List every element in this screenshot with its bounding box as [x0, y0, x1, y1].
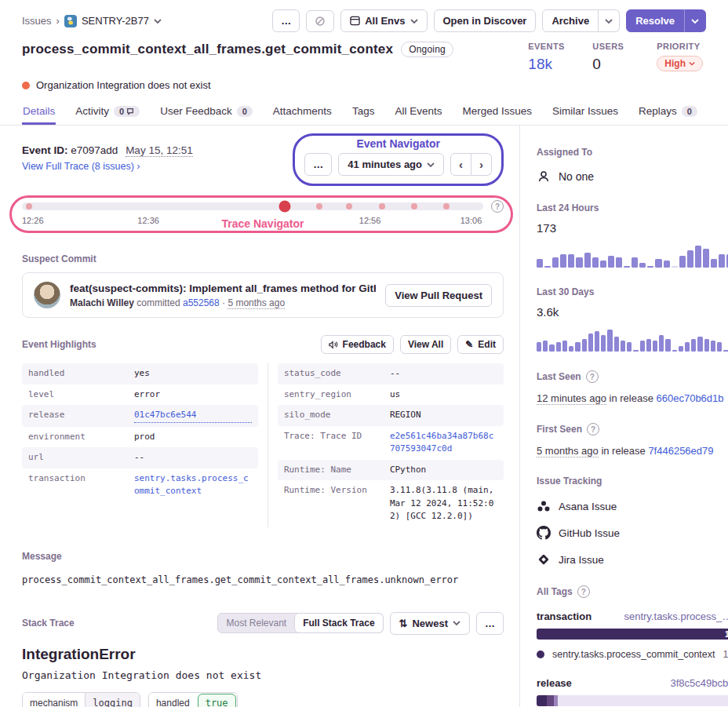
event-count-bar [655, 259, 661, 268]
error-level-dot [22, 82, 30, 89]
highlight-value[interactable]: sentry.tasks.process_commit_context [134, 472, 252, 498]
help-icon[interactable]: ? [587, 423, 599, 435]
person-icon [537, 169, 551, 184]
annotation-pill-handled: handledtrue [148, 692, 238, 707]
trace-event-dot[interactable] [346, 203, 352, 210]
tag-distribution-bar[interactable]: 100% [537, 629, 728, 640]
highlights-right-column: status_code--sentry_regionussilo_modeREG… [268, 363, 504, 527]
highlight-value[interactable]: e2e561c46ba34a87b68c707593047c0d [390, 430, 497, 456]
archive-button[interactable]: Archive [542, 9, 599, 32]
trace-tick-label: 12:36 [137, 216, 159, 225]
sort-newest-dropdown[interactable]: ⇅ Newest [390, 612, 470, 635]
feedback-button[interactable]: Feedback [321, 335, 394, 354]
toggle-most-relevant[interactable]: Most Relevant [218, 614, 294, 632]
event-count-bar [560, 254, 566, 268]
tab-attachments[interactable]: Attachments [272, 99, 333, 125]
trace-event-dot[interactable] [316, 203, 322, 210]
edit-button[interactable]: ✎ Edit [457, 335, 504, 354]
event-navigator-annotation: Event Navigator … 41 minutes ago ‹ › [293, 133, 504, 186]
event-count-bar [711, 259, 717, 268]
view-all-button[interactable]: View All [400, 335, 451, 354]
users-count[interactable]: 0 [592, 56, 633, 73]
help-icon[interactable]: ? [586, 370, 599, 383]
stat-label: EVENTS [528, 42, 569, 51]
tab-user-feedback[interactable]: User Feedback0 [159, 99, 253, 125]
stack-more-button[interactable]: … [476, 612, 504, 635]
last-seen-release-link[interactable]: 660ec70b6d1b [657, 392, 724, 404]
highlight-row: environmentprod [22, 427, 258, 448]
tag-distribution-bar[interactable] [537, 695, 728, 706]
tab-label: Merged Issues [462, 105, 532, 117]
assigned-to-heading: Assigned To [537, 147, 592, 158]
previous-event-button[interactable]: ‹ [450, 153, 471, 176]
first-seen-heading: First Seen [537, 424, 582, 435]
view-pull-request-button[interactable]: View Pull Request [385, 284, 492, 307]
sidebar: Assigned To ⚙ No one Last 24 Hours 173 L… [519, 126, 728, 707]
breadcrumb-project[interactable]: SENTRY-2B77 [82, 15, 149, 27]
priority-badge[interactable]: High [657, 56, 703, 71]
event-count-bar [711, 341, 715, 352]
trace-help-icon[interactable]: ? [491, 200, 504, 213]
event-count-bar [664, 261, 670, 268]
message-body: process_commit_context_all_frames.get_co… [22, 574, 504, 585]
breadcrumb-issues-link[interactable]: Issues [22, 15, 52, 27]
event-count-bar [582, 339, 587, 352]
tab-merged-issues[interactable]: Merged Issues [461, 99, 533, 125]
tab-all-events[interactable]: All Events [394, 99, 442, 125]
pill-key: mechanism [23, 693, 85, 707]
more-actions-button[interactable]: … [272, 9, 300, 32]
trace-event-dot[interactable] [443, 203, 450, 210]
tab-replays[interactable]: Replays0 [638, 99, 698, 125]
tab-label: Tags [352, 105, 375, 117]
event-id-value[interactable]: e7097add [71, 144, 118, 156]
tag-name: release [537, 677, 572, 689]
commit-message: feat(suspect-commits): Implement all_fra… [70, 282, 376, 294]
highlight-key: silo_mode [284, 409, 390, 422]
environment-filter-button[interactable]: All Envs [340, 9, 427, 32]
highlight-value: 3.11.8(3.11.8 (main, Mar 12 2024, 11:52:… [390, 484, 497, 523]
legend-percent: 100% [723, 649, 728, 660]
tab-activity[interactable]: Activity0 [75, 99, 140, 125]
trace-track[interactable] [22, 202, 483, 210]
stat-label: PRIORITY [657, 42, 703, 51]
tab-details[interactable]: Details [22, 99, 56, 125]
resolve-dropdown-button[interactable] [684, 9, 706, 32]
trace-event-dot[interactable] [26, 203, 32, 210]
tracking-row-jira-issue: Jira Issue+ [537, 552, 728, 567]
tab-similar-issues[interactable]: Similar Issues [551, 99, 619, 125]
highlight-value[interactable]: 01c47bc6e544 [134, 409, 252, 423]
events-count[interactable]: 18k [528, 56, 569, 73]
last-30-days-section: Last 30 Days 3.6k [537, 286, 728, 352]
tag-header[interactable]: release3f8c5c49bcb3 [537, 677, 728, 689]
event-count-bar [624, 266, 630, 268]
archive-dropdown-button[interactable] [599, 9, 620, 32]
trace-event-dot[interactable] [379, 203, 385, 210]
help-icon[interactable]: ? [577, 585, 590, 598]
tab-tags[interactable]: Tags [351, 99, 376, 125]
trace-current-event-dot[interactable] [279, 201, 291, 213]
event-count-bar [568, 254, 574, 268]
next-event-button[interactable]: › [471, 153, 492, 176]
event-age-dropdown[interactable]: 41 minutes ago [338, 153, 444, 176]
tag-header[interactable]: transactionsentry.tasks.process_com… [537, 610, 728, 622]
assignee-selector[interactable]: No one [537, 169, 728, 184]
trace-event-dot[interactable] [411, 203, 417, 210]
resolve-button[interactable]: Resolve [626, 9, 684, 32]
event-count-bar [627, 342, 632, 352]
event-count-bar [653, 341, 657, 352]
toggle-full-stack-trace[interactable]: Full Stack Trace [294, 614, 382, 632]
tag-bar-segment [547, 695, 553, 706]
all-tags-section: All Tags ? transactionsentry.tasks.proce… [537, 585, 728, 707]
chevron-down-icon [605, 19, 613, 24]
event-more-button[interactable]: … [304, 153, 332, 176]
open-in-discover-button[interactable]: Open in Discover [434, 9, 537, 32]
mute-bell-button[interactable] [306, 10, 334, 32]
tag-legend-row[interactable]: sentry.tasks.process_commit_context100% [537, 649, 728, 660]
last-30-days-count: 3.6k [537, 305, 728, 319]
first-seen-release-link[interactable]: 7f446256ed79 [648, 445, 713, 457]
stat-users: USERS 0 [592, 42, 633, 73]
commit-sha-link[interactable]: a552568 [183, 297, 220, 308]
highlight-row: url-- [22, 447, 258, 468]
speech-bubble-icon [126, 108, 134, 115]
view-full-trace-link[interactable]: View Full Trace (8 issues) › [22, 161, 193, 172]
